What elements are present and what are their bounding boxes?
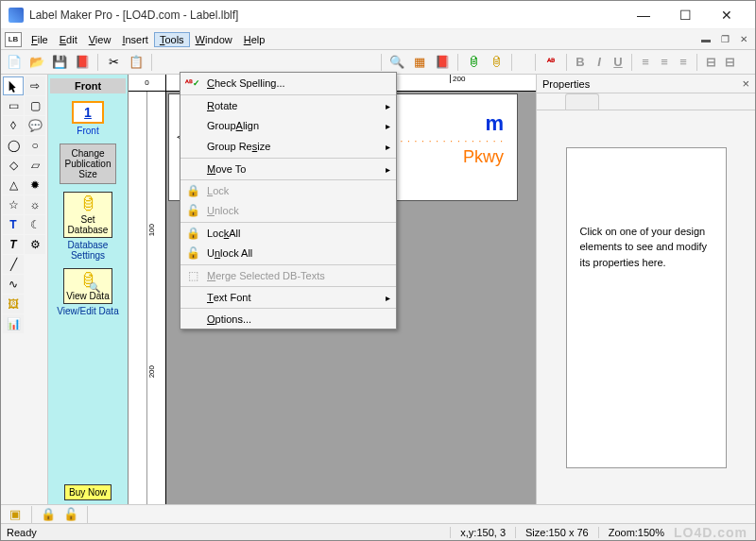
align-right-icon[interactable]: ≡ <box>676 55 691 69</box>
set-database-button[interactable]: 🛢 Set Database <box>63 192 112 238</box>
save-icon[interactable]: 💾 <box>50 53 69 72</box>
statusbar: Ready x,y:150, 3 Size:150 x 76 Zoom:150%… <box>1 523 755 540</box>
submenu-arrow-icon: ▸ <box>386 101 390 111</box>
book-icon[interactable]: 📕 <box>433 53 452 72</box>
menu-help[interactable]: Help <box>238 32 271 47</box>
layer-icon[interactable]: ▣ <box>7 507 24 522</box>
burst-tool[interactable]: ✹ <box>25 176 45 194</box>
open-icon[interactable]: 📂 <box>27 53 46 72</box>
align-center-icon[interactable]: ≡ <box>657 55 672 69</box>
zoom-icon[interactable]: 🔍 <box>387 53 406 72</box>
arrow-tool[interactable]: ⇨ <box>25 76 45 95</box>
line-tool[interactable]: ╱ <box>3 255 24 274</box>
triangle-tool[interactable]: △ <box>3 176 24 194</box>
sun-tool[interactable]: ☼ <box>25 195 45 214</box>
lock-toolbar-icon[interactable]: 🔒 <box>40 507 57 522</box>
minimize-button[interactable]: — <box>623 2 664 28</box>
align-left-icon[interactable]: ≡ <box>638 55 653 69</box>
text2-tool[interactable]: T <box>3 235 24 254</box>
menu-window[interactable]: Window <box>190 32 238 47</box>
menu-group-align[interactable]: Group Align▸ <box>180 115 396 136</box>
rect-tool[interactable]: ▭ <box>3 96 24 115</box>
pdf-icon[interactable]: 📕 <box>73 53 92 72</box>
roundrect-tool[interactable]: ▢ <box>25 96 45 115</box>
status-zoom: Zoom:150% <box>598 527 674 538</box>
parallelogram-tool[interactable]: ▱ <box>25 156 45 175</box>
moon-tool[interactable]: ☾ <box>25 215 45 234</box>
menu-move-to[interactable]: Move To▸ <box>180 158 396 178</box>
page-number: 1 <box>84 105 92 120</box>
menu-text-font[interactable]: Text Font▸ <box>180 286 396 307</box>
view-data-button[interactable]: 🛢🔍 View Data <box>63 268 112 304</box>
db-view-icon[interactable]: 🛢 <box>487 53 506 72</box>
side-header: Front <box>50 78 126 93</box>
unlock-toolbar-icon[interactable]: 🔓 <box>62 507 79 522</box>
properties-close-icon[interactable]: × <box>742 76 749 91</box>
canvas-text-1[interactable]: m <box>485 111 504 136</box>
menu-options[interactable]: Options... <box>180 308 396 329</box>
spellcheck-icon[interactable]: ᴬᴮ <box>541 53 560 72</box>
merge-icon: ⬚ <box>184 269 201 282</box>
menu-check-spelling[interactable]: ᴬᴮ✓Check Spelling... <box>180 73 396 93</box>
menu-edit[interactable]: Edit <box>54 32 83 47</box>
outdent-icon[interactable]: ⊟ <box>722 55 737 69</box>
chart-tool[interactable]: 📊 <box>3 314 24 333</box>
separator <box>97 54 98 71</box>
db-icon[interactable]: 🛢 <box>464 53 483 72</box>
callout-tool[interactable]: ◊ <box>3 116 24 135</box>
circle-tool[interactable]: ○ <box>25 136 45 155</box>
grid-icon[interactable]: ▦ <box>410 53 429 72</box>
db-settings-label: Database Settings <box>50 240 126 261</box>
menu-lock-all[interactable]: 🔒Lock All <box>180 222 396 243</box>
curve-tool[interactable]: ∿ <box>3 275 24 294</box>
indent-icon[interactable]: ⊟ <box>703 55 718 69</box>
app-badge: LB <box>5 32 22 47</box>
app-icon <box>9 8 24 23</box>
image-tool[interactable]: 🖼 <box>3 295 24 313</box>
properties-header: Properties × <box>537 75 755 93</box>
underline-button[interactable]: U <box>610 55 626 69</box>
maximize-button[interactable]: ☐ <box>664 2 706 28</box>
unlock-icon: 🔓 <box>184 204 201 217</box>
menu-unlock: 🔓Unlock <box>180 200 396 221</box>
canvas-text-2[interactable]: Pkwy <box>463 147 504 167</box>
speech-tool[interactable]: 💬 <box>25 116 45 135</box>
diamond-tool[interactable]: ◇ <box>3 156 24 175</box>
cut-icon[interactable]: ✂ <box>104 53 123 72</box>
copy-icon[interactable]: 📋 <box>127 53 146 72</box>
menu-file[interactable]: File <box>26 32 54 47</box>
ruler-tick: 200 <box>450 75 465 83</box>
separator <box>457 54 458 71</box>
properties-tab[interactable] <box>565 93 599 110</box>
italic-button[interactable]: I <box>592 55 607 69</box>
new-icon[interactable]: 📄 <box>5 53 24 72</box>
status-ready: Ready <box>1 527 58 538</box>
menu-tools[interactable]: Tools <box>154 32 190 47</box>
star-tool[interactable]: ☆ <box>3 195 24 214</box>
ruler-corner: 0 <box>129 75 166 92</box>
mdi-restore[interactable]: ❐ <box>717 33 732 46</box>
mdi-close[interactable]: ✕ <box>736 33 751 46</box>
gear-tool[interactable]: ⚙ <box>25 235 45 254</box>
unlock-all-icon: 🔓 <box>184 246 201 260</box>
menu-view[interactable]: View <box>83 32 117 47</box>
ellipse-tool[interactable]: ◯ <box>3 136 24 155</box>
menu-unlock-all[interactable]: 🔓Unlock All <box>180 243 396 263</box>
buy-now-button[interactable]: Buy Now <box>64 484 112 500</box>
menu-rotate[interactable]: Rotate▸ <box>180 94 396 115</box>
ruler-tick-v: 100 <box>147 224 156 236</box>
front-page-button[interactable]: 1 <box>72 101 104 124</box>
bold-button[interactable]: B <box>573 55 588 69</box>
mdi-minimize[interactable]: ▬ <box>698 33 713 46</box>
properties-title: Properties <box>542 78 590 90</box>
pointer-tool[interactable] <box>3 76 24 95</box>
separator <box>31 506 32 523</box>
change-size-button[interactable]: Change Publication Size <box>60 144 116 184</box>
menu-insert[interactable]: Insert <box>116 32 154 47</box>
view-data-label: View Data <box>66 291 109 301</box>
close-button[interactable]: ✕ <box>706 2 747 28</box>
separator <box>696 54 697 71</box>
menu-group-resize[interactable]: Group Resize▸ <box>180 136 396 157</box>
lock-all-icon: 🔒 <box>184 227 201 240</box>
text-tool[interactable]: T <box>3 215 24 234</box>
